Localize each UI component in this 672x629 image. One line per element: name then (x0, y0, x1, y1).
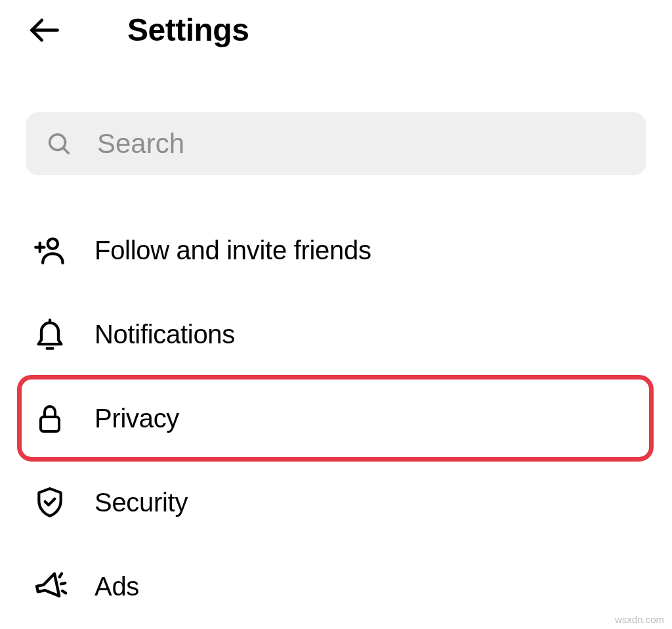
watermark: wsxdn.com (615, 614, 664, 625)
megaphone-icon (33, 569, 67, 603)
menu-item-label: Follow and invite friends (94, 236, 371, 265)
header: Settings (0, 0, 672, 60)
svg-line-11 (62, 590, 66, 594)
menu-item-label: Notifications (94, 320, 235, 349)
svg-line-9 (59, 574, 62, 577)
settings-menu: Follow and invite friends Notifications … (0, 208, 672, 628)
back-arrow-icon (28, 13, 62, 47)
add-person-icon (33, 233, 67, 267)
shield-check-icon (33, 485, 67, 519)
search-icon (46, 131, 72, 157)
bell-icon (33, 317, 67, 351)
page-title: Settings (127, 12, 249, 48)
menu-item-follow-invite[interactable]: Follow and invite friends (0, 208, 672, 292)
menu-item-privacy[interactable]: Privacy (0, 376, 672, 460)
svg-line-2 (63, 148, 68, 153)
back-button[interactable] (28, 13, 62, 47)
menu-item-notifications[interactable]: Notifications (0, 292, 672, 376)
svg-rect-8 (41, 417, 59, 431)
search-bar[interactable] (26, 112, 646, 175)
svg-point-3 (48, 239, 58, 249)
menu-item-label: Privacy (94, 404, 179, 433)
menu-item-security[interactable]: Security (0, 460, 672, 544)
menu-item-ads[interactable]: Ads (0, 544, 672, 628)
search-input[interactable] (97, 128, 626, 160)
svg-line-10 (61, 583, 65, 584)
menu-item-label: Security (94, 488, 188, 517)
menu-item-label: Ads (94, 572, 139, 601)
lock-icon (33, 401, 67, 435)
